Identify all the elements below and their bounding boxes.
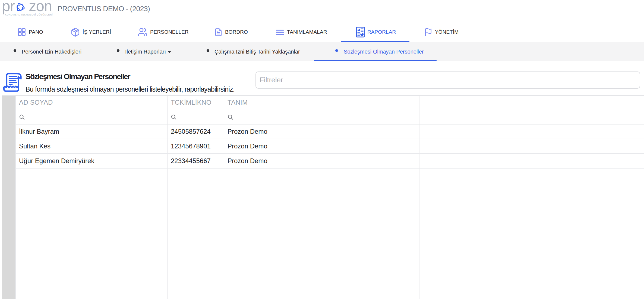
cell-empty: [419, 154, 644, 168]
search-cell-tanim[interactable]: [224, 110, 419, 124]
logo-wordmark: pr zon: [2, 0, 52, 14]
filler-cell: [16, 169, 168, 299]
logo-tagline: KURUMSAL TEKNOLOJİ ÇÖZÜMLERİ: [5, 13, 53, 16]
nav-label: PANO: [29, 29, 43, 35]
flag-icon: [424, 27, 433, 37]
subnav-label: Çalışma İzni Bitiş Tarihi Yaklaşanlar: [214, 42, 300, 61]
personnel-table: AD SOYAD TCKİMLİKNO TANIM İlknur Bayram …: [15, 95, 644, 299]
nav-item-raporlar[interactable]: RAPORLAR: [356, 22, 396, 42]
dashboard-grid-icon: [17, 27, 26, 37]
column-header-adsoyad[interactable]: AD SOYAD: [16, 95, 168, 110]
subnav-item-izin-hakedisleri[interactable]: Personel İzin Hakedişleri: [14, 42, 84, 61]
bullet-icon: [207, 49, 209, 52]
nav-label: TANIMLAMALAR: [287, 29, 327, 35]
bullet-icon: [335, 49, 338, 52]
search-icon: [171, 114, 177, 120]
active-subnav-underline: [314, 60, 437, 61]
table-empty-area: [16, 169, 644, 299]
receipt-scroll-icon: [3, 71, 23, 92]
search-cell-tckimlikno[interactable]: [168, 110, 224, 124]
nav-label: PERSONELLER: [150, 29, 189, 35]
cell-empty: [419, 139, 644, 153]
nav-item-bordro[interactable]: BORDRO: [214, 22, 248, 42]
nav-item-personeller[interactable]: PERSONELLER: [138, 22, 189, 42]
cell-tanim: Prozon Demo: [224, 154, 419, 168]
filler-cell: [419, 169, 644, 299]
cell-adsoyad: İlknur Bayram: [16, 124, 168, 139]
cell-tanim: Prozon Demo: [224, 124, 419, 139]
nav-label: YÖNETİM: [435, 29, 459, 35]
logo-circle-icon: [16, 2, 25, 11]
page-title: Sözleşmesi Olmayan Personeller: [26, 72, 130, 82]
column-header-empty: [419, 95, 644, 110]
nav-item-pano[interactable]: PANO: [17, 22, 43, 42]
main-nav: PANO İŞ YERLERİ PERSONELLER BORDRO: [0, 22, 644, 42]
prozon-logo[interactable]: pr zon KURUMSAL TEKNOLOJİ ÇÖZÜMLERİ: [2, 1, 56, 16]
table-filter-row: [16, 110, 644, 124]
grid-left-gutter: [2, 96, 15, 299]
nav-label: BORDRO: [225, 29, 248, 35]
cell-tckimlikno: 24505857624: [168, 124, 224, 139]
users-icon: [138, 27, 148, 37]
filler-cell: [168, 169, 224, 299]
package-box-icon: [71, 27, 80, 37]
subnav-item-sozlesmesi-olmayan[interactable]: Sözleşmesi Olmayan Personeller: [335, 42, 417, 61]
cell-adsoyad: Uğur Egemen Demiryürek: [16, 154, 168, 168]
table-row[interactable]: Uğur Egemen Demiryürek 22334455667 Prozo…: [16, 154, 644, 169]
search-icon: [19, 114, 25, 120]
search-cell-adsoyad[interactable]: [16, 110, 168, 124]
nav-label: RAPORLAR: [367, 29, 396, 35]
subnav-item-iletisim-raporlari[interactable]: İletişim Raporları: [117, 42, 175, 61]
reports-subnav: Personel İzin Hakedişleri İletişim Rapor…: [0, 42, 644, 61]
subnav-label: Sözleşmesi Olmayan Personeller: [344, 42, 424, 61]
filler-cell: [224, 169, 419, 299]
bullet-icon: [117, 49, 119, 52]
cell-empty: [419, 124, 644, 139]
filters-input[interactable]: [255, 71, 640, 89]
subnav-label: İletişim Raporları: [125, 42, 166, 61]
cell-tckimlikno: 12345678901: [168, 139, 224, 153]
search-icon: [228, 114, 233, 120]
menu-lines-icon: [275, 27, 285, 37]
page-subtitle: Bu formda sözleşmesi olmayan personeller…: [26, 85, 235, 94]
table-header-row: AD SOYAD TCKİMLİKNO TANIM: [16, 95, 644, 110]
cell-tanim: Prozon Demo: [224, 139, 419, 153]
column-header-tckimlikno[interactable]: TCKİMLİKNO: [168, 95, 224, 110]
nav-item-tanimlamalar[interactable]: TANIMLAMALAR: [275, 22, 327, 42]
nav-item-is-yerleri[interactable]: İŞ YERLERİ: [71, 22, 111, 42]
subnav-label: Personel İzin Hakedişleri: [22, 42, 81, 61]
search-cell-empty: [419, 110, 644, 124]
cell-tckimlikno: 22334455667: [168, 154, 224, 168]
nav-item-yonetim[interactable]: YÖNETİM: [424, 22, 459, 42]
document-text-icon: [214, 27, 223, 37]
logo-text-right: zon: [29, 0, 52, 14]
chevron-down-icon: [168, 51, 171, 53]
company-period-title: PROVENTUS DEMO - (2023): [58, 5, 150, 13]
report-chart-icon: [356, 27, 365, 38]
subnav-item-calisma-izni[interactable]: Çalışma İzni Bitiş Tarihi Yaklaşanlar: [207, 42, 303, 61]
bullet-icon: [14, 49, 16, 52]
cell-adsoyad: Sultan Kes: [16, 139, 168, 153]
table-row[interactable]: İlknur Bayram 24505857624 Prozon Demo: [16, 124, 644, 139]
logo-text-left: pr: [2, 0, 15, 14]
table-row[interactable]: Sultan Kes 12345678901 Prozon Demo: [16, 139, 644, 154]
column-header-tanim[interactable]: TANIM: [224, 95, 419, 110]
nav-label: İŞ YERLERİ: [83, 29, 111, 35]
